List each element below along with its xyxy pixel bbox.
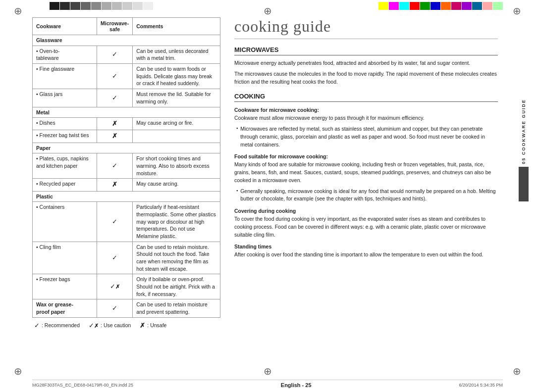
swatch-lightred	[482, 2, 492, 10]
food-suitable-subheading: Food suitable for microwave cooking:	[234, 153, 498, 159]
legend-caution-label: : Use caution	[101, 322, 131, 328]
bullet-text: Microwaves are reflected by metal, such …	[240, 125, 498, 148]
category-row-wax: Wax or grease-proof paper ✓ Can be used …	[33, 299, 220, 317]
chapter-bar	[519, 167, 529, 201]
micro-check: ✓	[97, 153, 133, 179]
item-oven-tableware: Oven-to-tableware	[33, 46, 97, 63]
comment-containers: Particularly if heat-resistant thermopla…	[133, 202, 220, 242]
comment-glass-jars: Must remove the lid. Suitable for warmin…	[133, 89, 220, 107]
footer-filename: MG28F303TAS_EC_DE68-04179R-00_EN.indd 25	[32, 383, 133, 388]
comment-wax: Can be used to retain moisture and preve…	[133, 299, 220, 317]
standing-content: After cooking is over food the standing …	[234, 251, 498, 259]
legend-recommended-label: : Recommended	[42, 322, 80, 328]
item-containers: Containers	[33, 202, 97, 242]
swatch-black	[50, 2, 59, 10]
item-glass-jars: Glass jars	[33, 89, 97, 107]
left-column: Cookware Microwave-safe Comments Glasswa…	[32, 17, 220, 370]
swatch-pink	[451, 2, 461, 10]
swatch-purple	[462, 2, 472, 10]
micro-check: ✓	[97, 64, 133, 89]
category-wax: Wax or grease-proof paper	[33, 299, 97, 317]
cookware-micro-bullet1: Microwaves are reflected by metal, such …	[234, 125, 498, 148]
item-freezer-bags: Freezer bags	[33, 274, 97, 299]
legend-caution: ✓✗ : Use caution	[89, 322, 131, 329]
legend-check-icon: ✓	[34, 322, 40, 329]
swatch-blue	[430, 2, 440, 10]
swatch-dark1	[60, 2, 70, 10]
category-row-metal: Metal	[33, 107, 220, 118]
table-row: Cling film ✓ Can be used to retain moist…	[33, 242, 220, 274]
micro-cross: ✗	[97, 179, 133, 191]
top-left-color-swatches	[50, 2, 153, 10]
legend-unsafe: ✗ : Unsafe	[140, 322, 166, 329]
food-suitable-content: Many kinds of food are suitable for micr…	[234, 161, 498, 184]
item-dishes: Dishes	[33, 118, 97, 130]
table-row: Plates, cups, napkins and kitchen paper …	[33, 153, 220, 179]
table-row: Containers ✓ Particularly if heat-resist…	[33, 202, 220, 242]
cooking-heading: COOKING	[234, 93, 498, 102]
item-cling-film: Cling film	[33, 242, 97, 274]
item-freezer-bag-twist: Freezer bag twist ties	[33, 130, 97, 143]
category-glassware: Glassware	[33, 35, 220, 46]
microwaves-heading: MICROWAVES	[234, 46, 498, 55]
table-row: Freezer bags ✓✗ Only if boilable or oven…	[33, 274, 220, 299]
micro-check: ✓	[97, 202, 133, 242]
comment-freezer-bags: Only if boilable or oven-proof. Should n…	[133, 274, 220, 299]
microwaves-para2: The microwaves cause the molecules in th…	[234, 70, 498, 86]
food-suitable-bullet1: Generally speaking, microwave cooking is…	[234, 188, 498, 203]
micro-check: ✓	[97, 89, 133, 107]
swatch-cyan	[399, 2, 409, 10]
comment-plates-cups: For short cooking times and warming. Als…	[133, 153, 220, 179]
reg-mark-topright: ⊕	[513, 5, 521, 17]
reg-mark-bottomright: ⊕	[513, 365, 521, 377]
right-column: cooking guide MICROWAVES Microwave energ…	[220, 17, 503, 370]
category-row-paper: Paper	[33, 143, 220, 153]
swatch-gray5	[122, 2, 132, 10]
cookware-micro-subheading: Cookware for microwave cooking:	[234, 107, 498, 113]
microwaves-para1: Microwave energy actually penetrates foo…	[234, 59, 498, 67]
legend-check-cross-icon: ✓✗	[89, 322, 99, 329]
swatch-gray4	[112, 2, 122, 10]
micro-check: ✓	[97, 242, 133, 274]
table-row: Dishes ✗ May cause arcing or fire.	[33, 118, 220, 130]
category-plastic: Plastic	[33, 191, 220, 202]
footer: MG28F303TAS_EC_DE68-04179R-00_EN.indd 25…	[32, 380, 503, 388]
main-content: Cookware Microwave-safe Comments Glasswa…	[32, 17, 503, 370]
swatch-light1	[133, 2, 143, 10]
swatch-gray3	[102, 2, 111, 10]
footer-page-number: English - 25	[281, 382, 312, 388]
cookware-micro-content: Cookware must allow microwave energy to …	[234, 114, 498, 122]
comment-fine-glassware: Can be used to warm foods or liquids. De…	[133, 64, 220, 89]
category-paper: Paper	[33, 143, 220, 153]
cookware-table: Cookware Microwave-safe Comments Glasswa…	[32, 17, 220, 318]
swatch-orange	[441, 2, 451, 10]
table-row: Fine glassware ✓ Can be used to warm foo…	[33, 64, 220, 89]
micro-cross: ✗	[97, 130, 133, 143]
comment-freezer-twist	[133, 130, 220, 143]
legend: ✓ : Recommended ✓✗ : Use caution ✗ : Uns…	[32, 322, 220, 329]
swatch-green	[420, 2, 430, 10]
reg-mark-topcenter: ⊕	[264, 5, 272, 17]
comment-oven-tableware: Can be used, unless decorated with a met…	[133, 46, 220, 63]
swatch-gray2	[91, 2, 101, 10]
legend-recommended: ✓ : Recommended	[34, 322, 80, 329]
table-row: Glass jars ✓ Must remove the lid. Suitab…	[33, 89, 220, 107]
swatch-lightgreen	[493, 2, 503, 10]
category-row-glassware: Glassware	[33, 35, 220, 46]
reg-mark-topleft: ⊕	[14, 5, 22, 17]
micro-cross: ✗	[97, 118, 133, 130]
standing-subheading: Standing times	[234, 244, 498, 249]
item-plates-cups: Plates, cups, napkins and kitchen paper	[33, 153, 97, 179]
swatch-dark2	[70, 2, 80, 10]
col-header-comments: Comments	[133, 18, 220, 35]
covering-content: To cover the food during cooking is very…	[234, 215, 498, 239]
page-title: cooking guide	[234, 17, 498, 39]
micro-check-cross: ✓✗	[97, 274, 133, 299]
micro-check: ✓	[97, 299, 133, 317]
reg-mark-bottomleft: ⊕	[14, 365, 22, 377]
swatch-yellow	[378, 2, 388, 10]
table-row: Oven-to-tableware ✓ Can be used, unless …	[33, 46, 220, 63]
micro-check: ✓	[97, 46, 133, 63]
category-metal: Metal	[33, 107, 220, 118]
swatch-red	[410, 2, 420, 10]
